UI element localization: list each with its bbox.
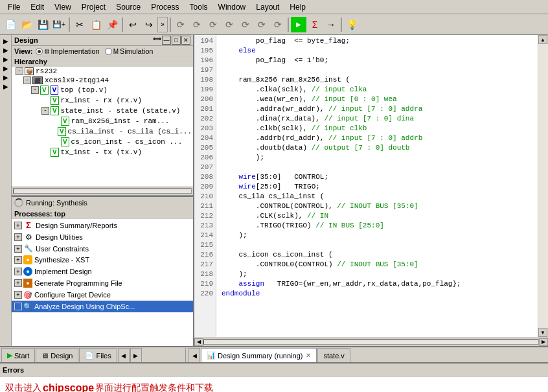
tree-item-csila[interactable]: V cs_ila_inst - cs_ila (cs_i...: [12, 126, 193, 137]
tb8[interactable]: →: [323, 17, 339, 32]
tab-files[interactable]: 📄 Files: [79, 348, 117, 362]
tb6[interactable]: ⟳: [254, 17, 269, 32]
radio-sim-dot: [105, 48, 112, 55]
tb1[interactable]: ⟳: [173, 17, 188, 32]
tab-state-v[interactable]: state.v: [317, 348, 350, 362]
tb7[interactable]: ⟳: [270, 17, 286, 32]
left-icon-5[interactable]: ▶: [3, 74, 8, 81]
radio-impl[interactable]: ⚙ Implementation: [36, 47, 100, 55]
tree-item-top[interactable]: - V V top (top.v): [12, 85, 193, 95]
menu-window[interactable]: Window: [213, 1, 251, 13]
toggle-rs232[interactable]: -: [16, 67, 23, 75]
expand-uc[interactable]: +: [14, 245, 22, 253]
redo-btn[interactable]: ↪: [141, 17, 157, 32]
tb2[interactable]: ⟳: [189, 17, 205, 32]
hierarchy-content[interactable]: - 📦 rs232 - ⬛ xc6slx9-2tqg144: [12, 67, 193, 187]
menu-tools[interactable]: Tools: [185, 1, 213, 13]
code-tab-scroll-left[interactable]: ◀: [188, 348, 200, 362]
tree-item-csicon[interactable]: V cs_icon_inst - cs_icon ...: [12, 137, 193, 147]
maximize-btn[interactable]: □: [172, 36, 181, 45]
toolbar-sep5: [341, 17, 342, 32]
left-icon-1[interactable]: ▶: [3, 38, 8, 45]
synth-status-icon: ●: [23, 255, 32, 264]
close-btn[interactable]: ✕: [181, 36, 190, 45]
process-item-synth[interactable]: + ● Synthesize - XST: [12, 254, 193, 266]
process-item-prog[interactable]: + ● Generate Programming File: [12, 277, 193, 289]
bulb-btn[interactable]: 💡: [344, 17, 360, 32]
toggle-chip[interactable]: -: [23, 76, 31, 84]
code-text[interactable]: po_flag <= byte_flag; else po_flag <= 1'…: [216, 35, 538, 337]
toggle-csila[interactable]: [49, 128, 56, 135]
menu-edit[interactable]: Edit: [25, 1, 49, 13]
tab-start[interactable]: ▶ Start: [1, 348, 35, 362]
toggle-top[interactable]: -: [31, 86, 39, 94]
tree-item-state[interactable]: - V state_inst - state (state.v): [12, 106, 193, 116]
undo-btn[interactable]: ↩: [125, 17, 141, 32]
scroll-right-tabs[interactable]: ▶: [130, 348, 142, 362]
ds-close-icon[interactable]: ✕: [306, 352, 311, 359]
expand-target[interactable]: +: [14, 291, 22, 299]
tree-item-ram[interactable]: V ram_8x256_inst - ram...: [12, 116, 193, 126]
process-item-design-util[interactable]: + ⚙ Design Utilities: [12, 231, 193, 243]
tree-item-tx[interactable]: V tx_inst - tx (tx.v): [12, 147, 193, 157]
cut-btn[interactable]: ✂: [72, 17, 87, 32]
left-icon-4[interactable]: ▶: [3, 65, 8, 72]
process-item-impl[interactable]: + ● Implement Design: [12, 266, 193, 277]
toggle-ram[interactable]: [52, 117, 60, 125]
toggle-csicon[interactable]: [52, 138, 60, 146]
process-item-user-const[interactable]: + 🔧 User Constraints: [12, 243, 193, 254]
process-item-analyze[interactable]: 🔍 Analyze Design Using ChipSc...: [12, 301, 193, 312]
label-state: state_inst - state (state.v): [61, 107, 181, 115]
tb3[interactable]: ⟳: [205, 17, 221, 32]
tree-item-rs232[interactable]: - 📦 rs232: [12, 67, 193, 76]
menu-view[interactable]: View: [49, 1, 76, 13]
hscroll-left[interactable]: ◀: [194, 338, 203, 346]
expand-analyze[interactable]: [14, 303, 22, 310]
expand-synth[interactable]: +: [14, 256, 22, 264]
more-btn[interactable]: »: [157, 17, 168, 32]
toggle-tx[interactable]: [41, 148, 49, 156]
menu-file[interactable]: File: [3, 1, 25, 13]
process-item-target[interactable]: + 🎯 Configure Target Device: [12, 289, 193, 301]
menu-help[interactable]: Help: [284, 1, 311, 13]
minimize-btn[interactable]: —: [162, 36, 171, 45]
tb4[interactable]: ⟳: [222, 17, 237, 32]
expand-prog[interactable]: +: [14, 279, 22, 287]
sigma-btn[interactable]: Σ: [307, 17, 323, 32]
run-btn[interactable]: ▶: [291, 17, 306, 32]
code-hscroll[interactable]: ◀ ▶: [194, 337, 548, 346]
code-vscroll[interactable]: ▲ ▼: [538, 35, 548, 337]
menu-process[interactable]: Process: [146, 1, 184, 13]
menu-project[interactable]: Project: [76, 1, 111, 13]
radio-sim[interactable]: M Simulation: [105, 47, 154, 55]
save-all-btn[interactable]: 💾+: [51, 17, 67, 32]
left-icon-6[interactable]: ▶: [3, 83, 8, 90]
menu-source[interactable]: Source: [111, 1, 146, 13]
tab-design-summary[interactable]: 📊 Design Summary (running) ✕: [201, 348, 317, 362]
scroll-left-tabs[interactable]: ◀: [118, 348, 130, 362]
process-item-design-summary[interactable]: + Σ Design Summary/Reports: [12, 219, 193, 231]
menu-layout[interactable]: Layout: [251, 1, 284, 13]
tb5[interactable]: ⟳: [238, 17, 253, 32]
open-btn[interactable]: 📂: [19, 17, 34, 32]
hscroll-right[interactable]: ▶: [539, 338, 548, 346]
scroll-up-btn[interactable]: ▲: [538, 35, 547, 44]
hierarchy-hscroll[interactable]: [12, 187, 193, 196]
expand-ds[interactable]: +: [14, 222, 22, 229]
scroll-down-btn[interactable]: ▼: [538, 328, 547, 337]
copy-btn[interactable]: 📋: [88, 17, 104, 32]
toggle-rx[interactable]: [41, 97, 49, 104]
toggle-state[interactable]: -: [41, 107, 49, 115]
left-icon-3[interactable]: ▶: [3, 56, 8, 63]
expand-du[interactable]: +: [14, 233, 22, 241]
tab-design[interactable]: 🖥 Design: [36, 348, 78, 362]
tree-item-chip[interactable]: - ⬛ xc6slx9-2tqg144: [12, 76, 193, 85]
expand-impl[interactable]: +: [14, 268, 22, 275]
tree-item-rx[interactable]: V rx_inst - rx (rx.v): [12, 95, 193, 106]
icon-top2: V: [51, 86, 59, 95]
left-icon-2[interactable]: ▶: [3, 47, 8, 54]
new-btn[interactable]: 📄: [3, 17, 18, 32]
save-btn[interactable]: 💾: [35, 17, 51, 32]
processes-content[interactable]: + Σ Design Summary/Reports + ⚙ Design Ut…: [12, 219, 193, 346]
paste-btn[interactable]: 📌: [104, 17, 120, 32]
